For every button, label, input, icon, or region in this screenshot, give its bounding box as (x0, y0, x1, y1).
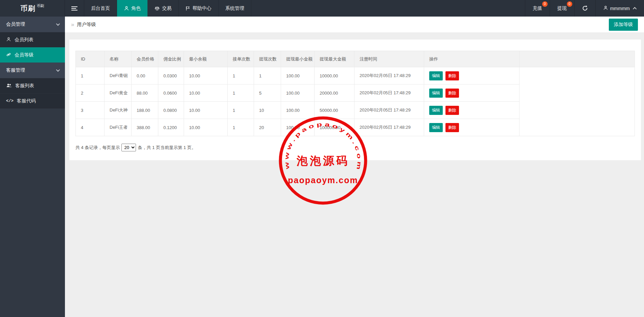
sidebar-item-support-code[interactable]: </> 客服代码 (0, 93, 65, 108)
menu-toggle[interactable] (65, 0, 84, 17)
topbar-spacer (251, 0, 525, 17)
cell-id: 4 (76, 119, 105, 136)
nav-item-system[interactable]: 系统管理 (218, 0, 251, 17)
cell-commission: 0.1200 (158, 119, 184, 136)
nav-item-label: 帮助中心 (192, 5, 211, 11)
sidebar-group-support-management[interactable]: 客服管理 (0, 63, 65, 78)
table-row: 1 DeFi青铜 0.00 0.0300 10.00 1 1 100.00 10… (76, 67, 635, 84)
username: mmmmm (610, 6, 630, 11)
nav-item-roles[interactable]: 角色 (117, 0, 147, 17)
cell-reg-time: 2020年02月05日 17:48:29 (354, 102, 424, 119)
cell-orders: 1 (228, 119, 254, 136)
cell-withdraw-min: 100.00 (281, 102, 315, 119)
delete-button[interactable]: 删除 (445, 89, 459, 98)
cell-withdraw-min: 100.00 (281, 84, 315, 102)
edit-button[interactable]: 编辑 (429, 71, 443, 80)
sidebar-group-label: 会员管理 (6, 21, 25, 27)
pagination-prefix: 共 4 条记录，每页显示 (75, 145, 120, 151)
delete-button[interactable]: 删除 (445, 106, 459, 115)
sidebar-item-label: 会员等级 (15, 52, 33, 58)
nav-item-label: 交易 (162, 5, 171, 11)
page-size-select[interactable]: 20 (121, 144, 136, 151)
cell-withdraw-times: 5 (254, 84, 281, 102)
chevron-down-icon (56, 22, 60, 26)
sidebar-item-member-level[interactable]: 会员等级 (0, 47, 65, 63)
refresh-icon (582, 5, 588, 12)
delete-button[interactable]: 删除 (445, 123, 459, 132)
nav-item-help-center[interactable]: 帮助中心 (179, 0, 218, 17)
pagination-suffix: 条，共 1 页当前显示第 1 页。 (138, 145, 196, 151)
add-level-button[interactable]: 添加等级 (609, 19, 638, 31)
cell-name: DeFi青铜 (105, 67, 132, 84)
content-area: ID 名称 会员价格 佣金比例 最小余额 接单次数 提现次数 提现最小金额 提现… (65, 33, 644, 317)
cell-reg-time: 2020年02月05日 17:48:29 (354, 67, 424, 84)
link-icon (6, 52, 11, 58)
col-header-actions: 操作 (424, 51, 520, 67)
cell-withdraw-min: 100.00 (281, 67, 315, 84)
edit-button[interactable]: 编辑 (429, 89, 443, 98)
cell-name: DeFi黄金 (105, 84, 132, 102)
table-card: ID 名称 会员价格 佣金比例 最小余额 接单次数 提现次数 提现最小金额 提现… (69, 40, 641, 160)
cell-min-balance: 10.00 (184, 67, 228, 84)
withdraw-badge: 0 (567, 1, 572, 7)
levels-table: ID 名称 会员价格 佣金比例 最小余额 接单次数 提现次数 提现最小金额 提现… (75, 51, 635, 136)
chevron-up-icon (633, 7, 637, 10)
cell-withdraw-times: 10 (254, 102, 281, 119)
recharge-button[interactable]: 充值 0 (525, 0, 550, 17)
user-menu[interactable]: mmmmm (595, 0, 644, 17)
col-header-withdraw-max: 提现最大金额 (315, 51, 354, 67)
nav-item-dashboard[interactable]: 后台首页 (84, 0, 117, 17)
flag-icon (185, 6, 190, 11)
cell-withdraw-max: 100000.00 (315, 119, 354, 136)
withdraw-label: 提现 (557, 5, 567, 11)
cell-price: 88.00 (132, 84, 158, 102)
withdraw-button[interactable]: 提现 0 (550, 0, 574, 17)
col-header-min-balance: 最小余额 (184, 51, 228, 67)
cell-min-balance: 10.00 (184, 102, 228, 119)
cell-id: 2 (76, 84, 105, 102)
cell-withdraw-max: 10000.00 (315, 67, 354, 84)
cell-orders: 1 (228, 102, 254, 119)
cell-min-balance: 10.00 (184, 119, 228, 136)
scales-icon (154, 6, 160, 11)
nav-item-trade[interactable]: 交易 (147, 0, 179, 17)
cell-empty (520, 67, 635, 136)
cell-actions: 编辑删除 (424, 67, 520, 84)
edit-button[interactable]: 编辑 (429, 123, 443, 132)
hamburger-icon (71, 5, 77, 11)
refresh-button[interactable] (574, 0, 595, 17)
cell-actions: 编辑删除 (424, 119, 520, 136)
sidebar-item-label: 会员列表 (15, 37, 33, 43)
cell-price: 188.00 (132, 102, 158, 119)
col-header-commission: 佣金比例 (158, 51, 184, 67)
cell-name: DeFi大神 (105, 102, 132, 119)
edit-button[interactable]: 编辑 (429, 106, 443, 115)
person-icon (124, 6, 129, 11)
app-logo[interactable]: 币刷 币刷 (0, 0, 65, 17)
sidebar-item-label: 客服列表 (15, 83, 34, 89)
user-icon (603, 5, 608, 11)
col-header-id: ID (76, 51, 105, 67)
nav-item-label: 角色 (131, 5, 141, 11)
recharge-label: 充值 (533, 5, 542, 11)
app-logo-text: 币刷 (21, 4, 36, 13)
sidebar-item-support-list[interactable]: 客服列表 (0, 78, 65, 93)
sidebar-group-member-management[interactable]: 会员管理 (0, 17, 65, 32)
cell-actions: 编辑删除 (424, 84, 520, 102)
nav-item-label: 系统管理 (225, 5, 244, 11)
table-header-row: ID 名称 会员价格 佣金比例 最小余额 接单次数 提现次数 提现最小金额 提现… (76, 51, 635, 67)
col-header-price: 会员价格 (132, 51, 158, 67)
sidebar-item-member-list[interactable]: 会员列表 (0, 32, 65, 47)
cell-id: 3 (76, 102, 105, 119)
col-header-name: 名称 (105, 51, 132, 67)
cell-name: DeFi王者 (105, 119, 132, 136)
person-icon (6, 37, 11, 43)
cell-commission: 0.0800 (158, 102, 184, 119)
recharge-badge: 0 (542, 1, 548, 7)
breadcrumb: » 用户等级 添加等级 (65, 17, 644, 33)
cell-id: 1 (76, 67, 105, 84)
cell-withdraw-min: 100.00 (281, 119, 315, 136)
delete-button[interactable]: 删除 (445, 71, 459, 80)
cell-commission: 0.0300 (158, 67, 184, 84)
cell-reg-time: 2020年02月05日 17:48:29 (354, 84, 424, 102)
